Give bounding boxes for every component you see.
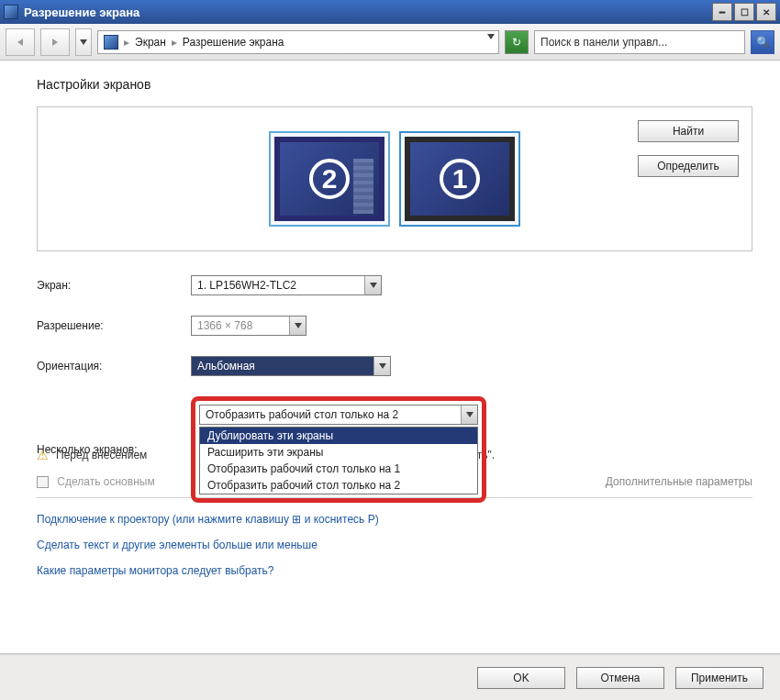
screen-1[interactable]: 1 bbox=[399, 131, 520, 227]
make-main-label: Сделать основным bbox=[57, 475, 154, 488]
window-title: Разрешение экрана bbox=[24, 6, 710, 19]
option-duplicate[interactable]: Дублировать эти экраны bbox=[200, 428, 477, 444]
make-main-checkbox[interactable] bbox=[37, 476, 49, 488]
search-input[interactable]: Поиск в панели управл... bbox=[534, 30, 745, 54]
warning-text-before: Перед внесением bbox=[56, 449, 147, 461]
maximize-button[interactable]: ☐ bbox=[734, 3, 754, 21]
multiple-select[interactable]: Отобразить рабочий стол только на 2 bbox=[199, 405, 478, 425]
resolution-row: Разрешение: 1366 × 768 bbox=[37, 316, 752, 336]
projector-link[interactable]: Подключение к проектору (или нажмите кла… bbox=[37, 513, 752, 526]
advanced-params-link[interactable]: Дополнительные параметры bbox=[606, 475, 752, 488]
refresh-button[interactable]: ↻ bbox=[505, 30, 529, 54]
screen-number: 1 bbox=[440, 159, 480, 199]
arrow-right-icon bbox=[52, 39, 58, 46]
titlebar: Разрешение экрана ━ ☐ ✕ bbox=[0, 0, 780, 24]
cancel-button[interactable]: Отмена bbox=[576, 667, 664, 689]
minimize-button[interactable]: ━ bbox=[712, 3, 732, 21]
display-icon bbox=[104, 35, 118, 50]
orientation-value: Альбомная bbox=[192, 360, 275, 372]
apply-button[interactable]: Применить bbox=[675, 667, 763, 689]
orientation-row: Ориентация: Альбомная bbox=[37, 356, 752, 376]
screen-2[interactable]: 2 bbox=[269, 131, 390, 227]
breadcrumb[interactable]: ▸ Экран ▸ Разрешение экрана bbox=[97, 30, 499, 54]
windows-key-icon: ⊞ bbox=[292, 513, 301, 526]
breadcrumb-root: Экран bbox=[135, 36, 166, 49]
warning-icon: ⚠ bbox=[37, 448, 49, 462]
screen-number: 2 bbox=[309, 159, 350, 199]
forward-button[interactable] bbox=[40, 28, 70, 56]
taskbar-icon bbox=[353, 159, 373, 214]
chevron-down-icon bbox=[379, 363, 386, 369]
search-placeholder: Поиск в панели управл... bbox=[540, 36, 739, 49]
footer: OK Отмена Применить bbox=[0, 654, 780, 700]
chevron-down-icon bbox=[370, 283, 377, 288]
screen-label: Экран: bbox=[37, 279, 191, 292]
close-button[interactable]: ✕ bbox=[756, 3, 776, 21]
text-size-link[interactable]: Сделать текст и другие элементы больше и… bbox=[37, 539, 752, 551]
highlighted-region: Отобразить рабочий стол только на 2 Дубл… bbox=[191, 396, 486, 503]
display-preview: 2 1 Найти Определить bbox=[37, 106, 752, 251]
screen-value: 1. LP156WH2-TLC2 bbox=[192, 279, 317, 292]
option-only1[interactable]: Отобразить рабочий стол только на 1 bbox=[200, 461, 477, 477]
screen-select[interactable]: 1. LP156WH2-TLC2 bbox=[191, 275, 382, 295]
detect-button[interactable]: Определить bbox=[638, 155, 739, 177]
search-go-button[interactable]: 🔍 bbox=[751, 30, 774, 54]
find-button[interactable]: Найти bbox=[638, 120, 739, 142]
toolbar: ▸ Экран ▸ Разрешение экрана ↻ Поиск в па… bbox=[0, 24, 780, 61]
chevron-down-icon bbox=[466, 412, 474, 417]
chevron-down-icon[interactable] bbox=[487, 34, 495, 39]
resolution-select[interactable]: 1366 × 768 bbox=[191, 316, 306, 336]
chevron-down-icon bbox=[295, 323, 302, 328]
chevron-down-icon bbox=[80, 39, 87, 45]
option-only2[interactable]: Отобразить рабочий стол только на 2 bbox=[200, 477, 477, 494]
resolution-value: 1366 × 768 bbox=[192, 319, 273, 332]
resolution-label: Разрешение: bbox=[37, 319, 191, 332]
history-dropdown[interactable] bbox=[75, 28, 92, 56]
screen-row: Экран: 1. LP156WH2-TLC2 bbox=[37, 275, 752, 295]
app-icon bbox=[4, 5, 18, 19]
multiple-dropdown: Дублировать эти экраны Расширить эти экр… bbox=[199, 427, 478, 494]
multiple-value: Отобразить рабочий стол только на 2 bbox=[200, 408, 418, 421]
what-params-link[interactable]: Какие параметры монитора следует выбрать… bbox=[37, 564, 752, 577]
page-title: Настройки экранов bbox=[37, 77, 752, 92]
breadcrumb-current: Разрешение экрана bbox=[183, 36, 284, 49]
ok-button[interactable]: OK bbox=[477, 667, 565, 689]
orientation-label: Ориентация: bbox=[37, 360, 191, 372]
option-extend[interactable]: Расширить эти экраны bbox=[200, 444, 477, 461]
content: Настройки экранов 2 1 Найти Определить Э… bbox=[0, 61, 780, 654]
arrow-left-icon bbox=[17, 39, 23, 46]
back-button[interactable] bbox=[6, 28, 35, 56]
orientation-select[interactable]: Альбомная bbox=[191, 356, 391, 376]
